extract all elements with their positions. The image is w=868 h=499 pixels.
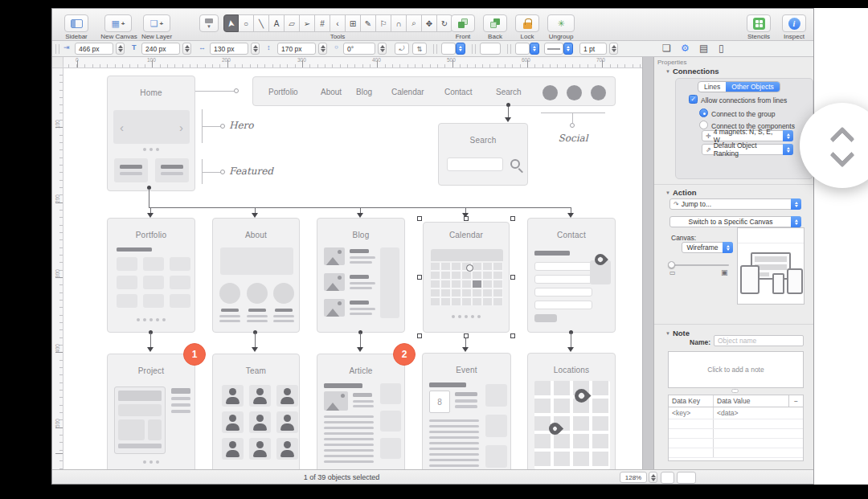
angle-field[interactable]: 0° — [343, 43, 375, 55]
stroke-width-field[interactable]: 1 pt — [579, 43, 607, 55]
inspect-button[interactable]: i — [782, 14, 806, 32]
note-text-area[interactable]: Click to add a note — [668, 351, 804, 388]
action-section-header[interactable]: ▼Action — [665, 188, 697, 197]
card-portfolio[interactable]: Portfolio — [107, 218, 195, 333]
tool-bracket-button[interactable]: ‹ — [330, 14, 346, 32]
card-calendar[interactable]: Calendar — [423, 222, 510, 333]
lock-button[interactable] — [515, 14, 539, 32]
properties-inspector-tab[interactable]: ⚙ — [681, 43, 690, 53]
height-stepper[interactable] — [318, 43, 327, 55]
new-canvas-button[interactable]: ▦+ — [104, 14, 132, 32]
card-article[interactable]: Article — [317, 354, 405, 469]
width-stepper[interactable] — [251, 43, 260, 55]
stroke-color-well[interactable] — [515, 43, 530, 55]
ungroup-button[interactable]: ✳ — [547, 14, 575, 32]
card-team[interactable]: Team — [212, 354, 300, 469]
data-table-row[interactable] — [669, 439, 803, 448]
data-table-row[interactable] — [669, 448, 803, 458]
selection-handle[interactable] — [464, 333, 469, 338]
card-event[interactable]: Event 8 — [422, 353, 511, 469]
selection-handle[interactable] — [417, 275, 422, 280]
data-value-cell[interactable]: <data> — [714, 407, 803, 419]
front-button[interactable] — [451, 14, 475, 32]
style-button[interactable]: ▼ — [199, 14, 219, 32]
connections-section-header[interactable]: ▼Connections — [665, 67, 719, 76]
flip-horizontal-button[interactable]: ⤾ — [395, 43, 409, 55]
card-home[interactable]: Home ‹ › — [107, 76, 195, 191]
data-table-row[interactable] — [669, 419, 803, 429]
angle-stepper[interactable] — [378, 43, 387, 55]
height-field[interactable]: 170 px — [277, 43, 316, 55]
selection-handle[interactable] — [417, 333, 422, 338]
tab-other-objects[interactable]: Other Objects — [726, 82, 779, 92]
data-table-row[interactable] — [669, 429, 803, 439]
card-about[interactable]: About — [212, 218, 300, 333]
tool-text-button[interactable]: A — [269, 14, 285, 32]
status-button[interactable] — [677, 472, 696, 484]
stroke-style-well[interactable] — [544, 43, 563, 55]
zoom-level-field[interactable]: 128% — [620, 472, 647, 483]
tool-shape-button[interactable]: ○ — [239, 14, 254, 32]
data-table-row[interactable]: <key> <data> — [669, 407, 803, 419]
tool-magnet-button[interactable]: ∩ — [391, 14, 407, 32]
switch-canvas-dropdown[interactable]: Switch to a Specific Canvas — [669, 216, 801, 227]
document-inspector-tab[interactable]: ▯ — [719, 43, 724, 53]
sidebar-button[interactable] — [64, 14, 88, 32]
fill-color-dropdown[interactable] — [456, 43, 465, 55]
tool-style-brush-button[interactable]: ✎ — [361, 14, 376, 32]
zoom-stepper[interactable] — [649, 472, 657, 483]
selection-handle[interactable] — [510, 275, 515, 280]
magnets-dropdown[interactable]: ✛4 magnets: N, S, E, W — [702, 130, 793, 141]
zoom-slider-knob[interactable] — [668, 261, 675, 268]
selection-handle[interactable] — [417, 216, 422, 221]
connect-group-radio[interactable] — [699, 108, 708, 117]
stroke-width-stepper[interactable] — [609, 43, 618, 55]
flip-vertical-button[interactable]: ⇅ — [412, 43, 427, 55]
tool-pen-button[interactable]: ▱ — [285, 14, 300, 32]
note-section-header[interactable]: ▼Note — [665, 329, 690, 337]
connect-components-radio[interactable] — [699, 121, 708, 129]
object-inspector-tab[interactable]: ❏ — [662, 43, 671, 53]
x-stepper[interactable] — [116, 43, 125, 55]
tab-lines[interactable]: Lines — [698, 82, 726, 92]
action-jump-dropdown[interactable]: ↷Jump to... — [669, 198, 801, 210]
tool-select-button[interactable]: ➤ — [223, 14, 239, 32]
canvas[interactable]: Home ‹ › Portfolio About Bl — [63, 68, 642, 469]
card-locations[interactable]: Locations — [527, 353, 616, 469]
width-field[interactable]: 130 px — [210, 43, 248, 55]
tool-hand-button[interactable]: ✥ — [422, 14, 437, 32]
stencils-button[interactable] — [747, 14, 771, 32]
selection-handle[interactable] — [510, 216, 515, 221]
chevron-down-icon[interactable] — [829, 142, 854, 167]
shadow-well[interactable] — [480, 43, 501, 55]
new-layer-button[interactable]: ❏+ — [143, 14, 170, 32]
x-position-field[interactable]: 466 px — [75, 43, 113, 55]
stroke-color-dropdown[interactable] — [530, 43, 539, 55]
canvas-wireframe-dropdown[interactable]: Wireframe — [682, 242, 733, 253]
card-contact[interactable]: Contact — [527, 218, 616, 333]
tool-subgraph-button[interactable]: ⊞ — [346, 14, 361, 32]
card-search[interactable]: Search — [438, 123, 528, 186]
stroke-style-dropdown[interactable] — [563, 43, 573, 55]
selection-handle[interactable] — [510, 333, 515, 338]
remove-row-button[interactable]: − — [788, 395, 803, 407]
back-button[interactable] — [483, 14, 507, 32]
card-project[interactable]: Project — [107, 354, 195, 469]
ranking-dropdown[interactable]: ⇗Default Object Ranking — [702, 144, 793, 155]
selection-handle[interactable] — [464, 216, 469, 221]
nav-bar-object[interactable]: Portfolio About Blog Calendar Contact Se… — [252, 76, 616, 106]
tool-zoom-button[interactable]: ⌕ — [407, 14, 422, 32]
tool-flag-button[interactable]: ⚐ — [376, 14, 391, 32]
tool-grid-button[interactable]: # — [315, 14, 330, 32]
data-key-cell[interactable]: <key> — [669, 407, 714, 419]
status-button[interactable] — [661, 472, 674, 484]
y-stepper[interactable] — [182, 43, 191, 55]
tool-arrow-button[interactable]: ➢ — [300, 14, 315, 32]
canvas-preview[interactable] — [737, 227, 805, 305]
tool-line-button[interactable]: ╲ — [254, 14, 269, 32]
fill-color-well[interactable] — [441, 43, 456, 55]
allow-connections-checkbox[interactable]: ✓ — [689, 95, 698, 104]
canvas-inspector-tab[interactable]: ▤ — [699, 43, 708, 53]
y-position-field[interactable]: 240 px — [141, 43, 180, 55]
card-blog[interactable]: Blog — [317, 218, 405, 333]
